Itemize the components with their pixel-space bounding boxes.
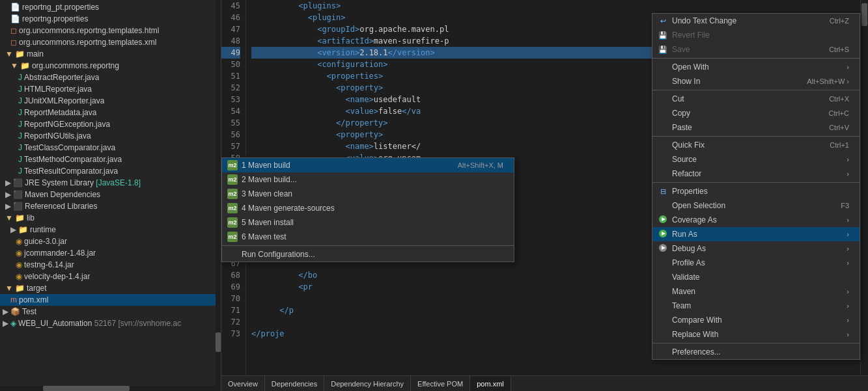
tree-item-guice-jar[interactable]: ◉ guice-3.0.jar bbox=[0, 236, 221, 247]
menu-item-team[interactable]: Team › bbox=[652, 299, 860, 313]
tree-item-referenced-libraries[interactable]: ▶ ⬛ Referenced Libraries bbox=[0, 200, 221, 212]
tab-effective-pom[interactable]: Effective POM bbox=[411, 376, 470, 391]
java-icon: J bbox=[18, 108, 22, 117]
submenu-left: m2 5 Maven install bbox=[227, 217, 294, 228]
bottom-scrollbar[interactable] bbox=[0, 386, 216, 391]
menu-item-quick-fix[interactable]: Quick Fix Ctrl+1 bbox=[652, 138, 860, 152]
tree-item-test[interactable]: ▶ 📦 Test bbox=[0, 306, 221, 317]
menu-item-undo-text-change[interactable]: ↩ Undo Text Change Ctrl+Z bbox=[652, 14, 860, 28]
submenu-item-maven-build-1[interactable]: m2 1 Maven build Alt+Shift+X, M bbox=[222, 158, 514, 172]
menu-item-cut[interactable]: Cut Ctrl+X bbox=[652, 92, 860, 106]
tree-item-maven-dependencies[interactable]: ▶ ⬛ Maven Dependencies bbox=[0, 189, 221, 200]
menu-item-label: Source bbox=[672, 155, 697, 164]
menu-item-refactor[interactable]: Refactor › bbox=[652, 167, 860, 181]
menu-item-arrow: › bbox=[847, 302, 849, 310]
tree-item-reportng-exception[interactable]: J ReportNGException.java bbox=[0, 118, 221, 130]
tree-item-abstract-reporter[interactable]: J AbstractReporter.java bbox=[0, 72, 221, 83]
tab-pom-xml[interactable]: pom.xml bbox=[470, 376, 511, 391]
menu-item-left: Compare With bbox=[658, 316, 722, 325]
tree-item-main[interactable]: ▼ 📁 main bbox=[0, 48, 221, 60]
tab-dependency-hierarchy[interactable]: Dependency Hierarchy bbox=[324, 376, 411, 391]
menu-item-revert-file[interactable]: 💾 Revert File bbox=[652, 28, 860, 42]
tree-item-pom-xml[interactable]: m pom.xml bbox=[0, 294, 221, 306]
menu-item-open-selection[interactable]: Open Selection F3 bbox=[652, 198, 860, 213]
tree-item-velocity-jar[interactable]: ◉ velocity-dep-1.4.jar bbox=[0, 271, 221, 282]
menu-item-compare-with[interactable]: Compare With › bbox=[652, 313, 860, 327]
submenu-left: Run Configurations... bbox=[227, 250, 315, 259]
menu-item-label: Save bbox=[672, 45, 690, 54]
tree-item-testclass-comparator[interactable]: J TestClassComparator.java bbox=[0, 142, 221, 154]
tree-item-reportng-pt-props[interactable]: 📄 reportng_pt.properties bbox=[0, 1, 221, 13]
tree-item-testng-jar[interactable]: ◉ testng-6.14.jar bbox=[0, 259, 221, 271]
tree-item-jcommander-jar[interactable]: ◉ jcommander-1.48.jar bbox=[0, 247, 221, 259]
menu-item-replace-with[interactable]: Replace With › bbox=[652, 327, 860, 342]
submenu-item-maven-test[interactable]: m2 6 Maven test bbox=[222, 230, 514, 244]
menu-item-left: Source bbox=[658, 155, 697, 164]
left-panel-scrollbar[interactable] bbox=[216, 0, 221, 391]
submenu-item-run-configurations[interactable]: Run Configurations... bbox=[222, 247, 514, 262]
menu-item-preferences[interactable]: Preferences... bbox=[652, 345, 860, 359]
tree-item-lib[interactable]: ▼ 📁 lib bbox=[0, 212, 221, 224]
menu-item-coverage-as[interactable]: Coverage As › bbox=[652, 213, 860, 227]
tree-label: ReportMetadata.java bbox=[24, 108, 96, 117]
pom-icon: m bbox=[10, 295, 17, 304]
arrow-icon: › bbox=[847, 330, 849, 338]
tree-item-templates-xml[interactable]: ◻ org.uncommons.reportng.templates.xml bbox=[0, 36, 221, 48]
menu-item-arrow: › bbox=[847, 216, 849, 224]
tree-item-report-metadata[interactable]: J ReportMetadata.java bbox=[0, 107, 221, 118]
tree-item-reportng-utils[interactable]: J ReportNGUtils.java bbox=[0, 130, 221, 142]
menu-item-run-as[interactable]: Run As › bbox=[652, 227, 860, 241]
tree-item-html-reporter[interactable]: J HTMLReporter.java bbox=[0, 83, 221, 95]
h-scrollbar-thumb bbox=[43, 386, 129, 391]
tab-dependencies[interactable]: Dependencies bbox=[265, 376, 324, 391]
submenu-item-maven-install[interactable]: m2 5 Maven install bbox=[222, 215, 514, 230]
menu-item-copy[interactable]: Copy Ctrl+C bbox=[652, 106, 860, 120]
tree-label: JUnitXMLReporter.java bbox=[24, 96, 104, 105]
tree-item-runtime[interactable]: ▶ 📁 runtime bbox=[0, 224, 221, 236]
menu-item-left: Debug As bbox=[658, 243, 706, 254]
tree-item-testresult-comparator[interactable]: J TestResultComparator.java bbox=[0, 165, 221, 177]
tree-item-junit-reporter[interactable]: J JUnitXMLReporter.java bbox=[0, 95, 221, 107]
menu-item-label: Maven bbox=[672, 287, 695, 296]
menu-item-source[interactable]: Source › bbox=[652, 152, 860, 167]
menu-item-save[interactable]: 💾 Save Ctrl+S bbox=[652, 42, 860, 57]
menu-item-shortcut: Ctrl+1 bbox=[830, 141, 849, 149]
menu-item-properties[interactable]: ⊟ Properties bbox=[652, 184, 860, 198]
menu-item-open-with[interactable]: Open With › bbox=[652, 60, 860, 74]
submenu-item-maven-clean[interactable]: m2 3 Maven clean bbox=[222, 187, 514, 201]
menu-item-maven[interactable]: Maven › bbox=[652, 284, 860, 299]
menu-item-label: Run As bbox=[672, 230, 697, 239]
expand-icon: ▶ bbox=[5, 190, 11, 199]
menu-item-label: Compare With bbox=[672, 316, 722, 325]
submenu-item-maven-build-2[interactable]: m2 2 Maven build... bbox=[222, 172, 514, 187]
tree-label: lib bbox=[27, 213, 35, 222]
tab-overview[interactable]: Overview bbox=[221, 376, 265, 391]
tree-item-reportng-props[interactable]: 📄 reportng.properties bbox=[0, 13, 221, 25]
tree-item-org-uncommons[interactable]: ▼ 📁 org.uncommons.reportng bbox=[0, 60, 221, 72]
tree-label: jcommander-1.48.jar bbox=[24, 249, 96, 258]
arrow-icon: › bbox=[847, 302, 849, 310]
tree-label: ReportNGUtils.java bbox=[24, 131, 91, 141]
tree-label: Test bbox=[22, 307, 36, 316]
menu-separator-1 bbox=[652, 58, 860, 59]
tree-item-templates-html[interactable]: ◻ org.uncommons.reportng.templates.html bbox=[0, 25, 221, 36]
menu-item-label: Open With bbox=[672, 62, 709, 72]
menu-separator-4 bbox=[652, 182, 860, 183]
menu-item-shortcut: Ctrl+C bbox=[829, 109, 849, 117]
tree-item-jre-system-library[interactable]: ▶ ⬛ JRE System Library [JavaSE-1.8] bbox=[0, 177, 221, 189]
tree-item-web-ui[interactable]: ▶ ◈ WEB_UI_Automation 52167 [svn://svnho… bbox=[0, 317, 221, 329]
m2-icon: m2 bbox=[227, 203, 238, 213]
menu-item-left: Quick Fix bbox=[658, 141, 705, 150]
menu-item-left: Team bbox=[658, 301, 691, 310]
menu-item-profile-as[interactable]: Profile As › bbox=[652, 256, 860, 270]
tree-label: velocity-dep-1.4.jar bbox=[24, 272, 90, 281]
submenu-left: m2 4 Maven generate-sources bbox=[227, 203, 335, 213]
tree-item-testmethod-comparator[interactable]: J TestMethodComparator.java bbox=[0, 154, 221, 165]
menu-item-show-in[interactable]: Show In Alt+Shift+W › bbox=[652, 74, 860, 88]
menu-item-debug-as[interactable]: Debug As › bbox=[652, 241, 860, 256]
tree-item-target[interactable]: ▼ 📁 target bbox=[0, 282, 221, 294]
menu-item-validate[interactable]: Validate bbox=[652, 270, 860, 284]
submenu-item-maven-gen-sources[interactable]: m2 4 Maven generate-sources bbox=[222, 201, 514, 215]
editor-vertical-scrollbar[interactable] bbox=[860, 0, 868, 375]
menu-item-paste[interactable]: Paste Ctrl+V bbox=[652, 120, 860, 135]
